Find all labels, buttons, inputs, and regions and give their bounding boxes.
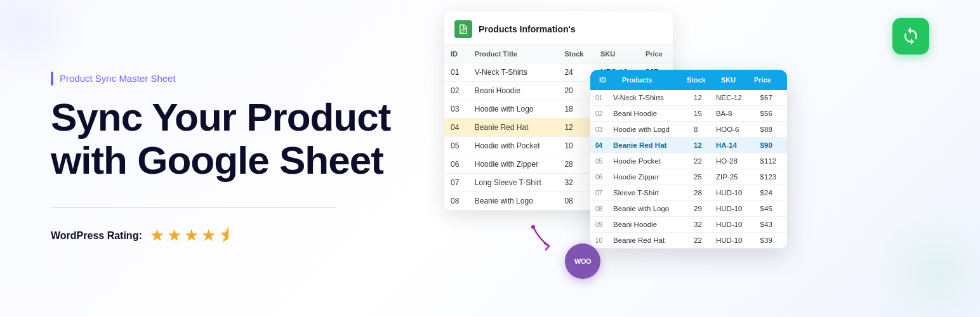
woo-badge-text: WOO <box>574 257 591 265</box>
woo-cell-id: 07 <box>590 185 608 201</box>
woo-cell-sku: HUD-10 <box>711 201 755 217</box>
sheet-col-title: Product Title <box>468 45 559 63</box>
sheet-card-title: Products Information's <box>479 24 576 34</box>
rating-row: WordPress Rating: ★ ★ ★ ★ ⯨ <box>51 226 406 245</box>
sheet-cell-id: 02 <box>444 82 468 100</box>
sheet-header-row: ID Product Title Stock SKU Price <box>444 45 673 63</box>
woo-cell-product: Beanie with Logo <box>608 201 689 217</box>
sheet-cell-title: V-Neck T-Shirts <box>468 63 559 82</box>
woo-cell-price: $45 <box>755 201 787 217</box>
sheet-cell-title: Beani Hoodie <box>468 82 559 100</box>
woo-cell-product: V-Neck T-Shirts <box>608 90 689 106</box>
woo-cell-id: 05 <box>590 153 608 169</box>
sheet-cell-id: 03 <box>444 100 468 119</box>
woo-col-stock-header: Stock <box>687 76 716 84</box>
sheet-cell-title: Long Sleeve T-Shirt <box>468 174 559 192</box>
sheets-svg <box>458 23 469 35</box>
woo-cell-stock: 15 <box>689 106 711 122</box>
woo-cell-product: Hoodie with Logd <box>608 122 689 138</box>
woo-cell-price: $88 <box>755 122 787 138</box>
woo-cell-id: 01 <box>590 90 608 106</box>
woo-row: 08 Beanie with Logo 29 HUD-10 $45 <box>590 201 787 217</box>
sheet-cell-id: 08 <box>444 192 468 210</box>
sheet-cell-id: 04 <box>444 119 468 137</box>
right-section: Products Information's ID Product Title … <box>444 0 980 317</box>
woo-cell-sku: BA-8 <box>711 106 755 122</box>
woo-cell-sku: HUD-10 <box>711 185 755 201</box>
woo-cell-stock: 29 <box>689 201 711 217</box>
woo-row: 02 Beani Hoodie 15 BA-8 $56 <box>590 106 787 122</box>
sheet-cell-id: 05 <box>444 137 468 155</box>
woo-row: 06 Hoodie Zipper 25 ZIP-25 $123 <box>590 169 787 185</box>
woo-col-price-header: Price <box>754 76 778 84</box>
woo-cell-product: Hoodie Pocket <box>608 153 689 169</box>
woo-row: 07 Sleeve T-Shirt 28 HUD-10 $24 <box>590 185 787 201</box>
woo-cell-id: 06 <box>590 169 608 185</box>
woo-cell-price: $39 <box>755 233 787 249</box>
sheet-cell-stock: 32 <box>558 174 594 192</box>
arrow-svg <box>527 221 565 259</box>
star-4: ★ <box>201 226 216 245</box>
woo-cell-id: 04 <box>590 138 608 153</box>
woo-cell-sku: HOO-6 <box>711 122 755 138</box>
woo-cell-price: $56 <box>755 106 787 122</box>
sheet-cell-stock: 20 <box>558 82 594 100</box>
woo-col-id-header: ID <box>599 76 617 84</box>
woo-cell-stock: 8 <box>689 122 711 138</box>
woo-cell-stock: 12 <box>689 90 711 106</box>
woo-cell-id: 02 <box>590 106 608 122</box>
woo-cell-product: Beani Hoodie <box>608 217 689 233</box>
woo-cell-price: $112 <box>755 153 787 169</box>
sheet-col-sku: SKU <box>594 45 639 63</box>
page-wrapper: Product Sync Master Sheet Sync Your Prod… <box>0 0 980 317</box>
woo-cell-product: Hoodie Zipper <box>608 169 689 185</box>
sheet-cell-title: Hoodie with Pocket <box>468 137 559 155</box>
woo-cell-product: Beanie Red Hat <box>608 138 689 153</box>
woo-cell-id: 10 <box>590 233 608 249</box>
woo-cell-price: $123 <box>755 169 787 185</box>
woo-table: 01 V-Neck T-Shirts 12 NEC-12 $67 02 Bean… <box>590 90 787 249</box>
svg-point-0 <box>531 225 535 229</box>
woo-row: 03 Hoodie with Logd 8 HOO-6 $88 <box>590 122 787 138</box>
woo-cell-sku: NEC-12 <box>711 90 755 106</box>
woo-cell-stock: 28 <box>689 185 711 201</box>
woo-cell-stock: 22 <box>689 233 711 249</box>
divider <box>51 207 335 208</box>
heading-line2: with Google Sheet <box>51 138 383 182</box>
woo-cell-id: 03 <box>590 122 608 138</box>
sheet-cell-title: Beanie with Logo <box>468 192 559 210</box>
woo-col-products-header: Products <box>622 76 682 84</box>
woo-badge: WOO <box>565 243 600 279</box>
woo-cell-sku: HUD-10 <box>711 217 755 233</box>
woo-row: 09 Beani Hoodie 32 HUD-10 $43 <box>590 217 787 233</box>
woo-row: 01 V-Neck T-Shirts 12 NEC-12 $67 <box>590 90 787 106</box>
woo-col-sku-header: SKU <box>721 76 749 84</box>
woo-row: 10 Beanie Red Hat 22 HUD-10 $39 <box>590 233 787 249</box>
woo-cell-product: Sleeve T-Shirt <box>608 185 689 201</box>
woo-cell-stock: 25 <box>689 169 711 185</box>
rating-label: WordPress Rating: <box>51 230 142 242</box>
sheet-col-stock: Stock <box>558 45 594 63</box>
woo-cell-sku: ZIP-25 <box>711 169 755 185</box>
sheet-cell-id: 06 <box>444 155 468 174</box>
google-sheets-icon <box>454 20 472 38</box>
sheet-cell-stock: 08 <box>558 192 594 210</box>
sheet-cell-id: 01 <box>444 63 468 82</box>
woo-cell-price: $90 <box>755 138 787 153</box>
sheet-cell-id: 07 <box>444 174 468 192</box>
woo-cell-sku: HO-28 <box>711 153 755 169</box>
woo-cell-sku: HUD-10 <box>711 233 755 249</box>
woo-cell-price: $24 <box>755 185 787 201</box>
star-2: ★ <box>167 226 182 245</box>
sync-button[interactable] <box>892 18 929 55</box>
woo-cell-product: Beanie Red Hat <box>608 233 689 249</box>
sheet-card-header: Products Information's <box>444 11 673 45</box>
sync-icon <box>901 27 920 46</box>
heading-line1: Sync Your Product <box>51 95 390 139</box>
woo-cell-stock: 22 <box>689 153 711 169</box>
woo-cell-product: Beani Hoodie <box>608 106 689 122</box>
sheet-cell-stock: 28 <box>558 155 594 174</box>
woo-row: 04 Beanie Red Hat 12 HA-14 $90 <box>590 138 787 153</box>
label-text: Product Sync Master Sheet <box>60 73 176 84</box>
main-heading: Sync Your Product with Google Sheet <box>51 96 406 182</box>
